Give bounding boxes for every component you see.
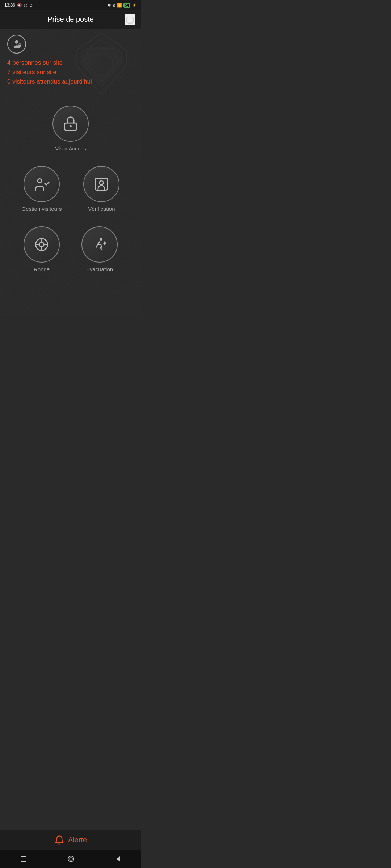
verification-button[interactable]: Vérification xyxy=(83,166,119,212)
status-right: ✱ ⊠ 📶 54 ⚡ xyxy=(108,3,137,8)
status-left: 13:36 🔇 ◎ ⊕ xyxy=(4,3,33,8)
ronde-button[interactable]: Ronde xyxy=(24,226,60,272)
header: Prise de poste xyxy=(0,10,141,29)
bottom-row: Ronde Evacuation xyxy=(7,226,134,272)
page-title: Prise de poste xyxy=(47,15,94,24)
sync-icon: ⊕ xyxy=(29,3,33,8)
gestion-visiteurs-label: Gestion visiteurs xyxy=(22,206,62,212)
svg-rect-11 xyxy=(96,178,108,190)
top-section: 4 personnes sur site 7 visiteurs sur sit… xyxy=(0,29,141,95)
svg-point-19 xyxy=(100,238,102,241)
ronde-circle xyxy=(24,226,60,263)
mute-icon: 🔇 xyxy=(17,3,22,8)
wifi-icon: 📶 xyxy=(117,3,122,8)
svg-rect-2 xyxy=(18,45,21,47)
status-bar: 13:36 🔇 ◎ ⊕ ✱ ⊠ 📶 54 ⚡ xyxy=(0,0,141,10)
svg-point-9 xyxy=(70,125,72,128)
time: 13:36 xyxy=(4,3,15,8)
power-button[interactable] xyxy=(125,14,135,25)
charging-icon: ⚡ xyxy=(132,3,137,8)
user-avatar[interactable] xyxy=(7,35,26,54)
visor-access-button[interactable]: Visor Access xyxy=(52,106,89,152)
svg-point-12 xyxy=(100,181,104,185)
svg-point-14 xyxy=(39,242,44,247)
location-icon: ◎ xyxy=(24,3,28,8)
evacuation-button[interactable]: Evacuation xyxy=(81,226,118,272)
visor-access-row: Visor Access xyxy=(7,106,134,152)
evacuation-label: Evacuation xyxy=(86,266,113,272)
evacuation-circle xyxy=(81,226,118,263)
sim-icon: ⊠ xyxy=(112,3,115,8)
middle-row: Gestion visiteurs Vérification xyxy=(7,166,134,212)
verification-label: Vérification xyxy=(88,206,115,212)
gestion-visiteurs-button[interactable]: Gestion visiteurs xyxy=(22,166,62,212)
visor-access-circle xyxy=(52,106,89,142)
ronde-label: Ronde xyxy=(34,266,50,272)
battery-indicator: 54 xyxy=(123,3,130,8)
verification-circle xyxy=(83,166,119,202)
bluetooth-icon: ✱ xyxy=(108,3,111,8)
visor-access-label: Visor Access xyxy=(55,145,86,152)
main-content: 4 personnes sur site 7 visiteurs sur sit… xyxy=(0,29,141,316)
watermark-logo xyxy=(65,29,138,98)
buttons-section: Visor Access Gestion visiteurs xyxy=(0,95,141,287)
svg-point-1 xyxy=(15,40,18,44)
svg-point-10 xyxy=(38,179,42,183)
gestion-visiteurs-circle xyxy=(24,166,60,202)
